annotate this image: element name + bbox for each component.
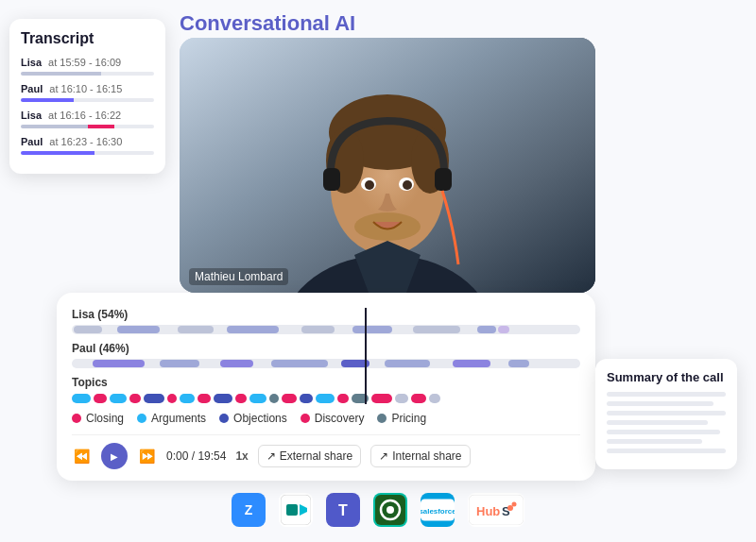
video-container: Mathieu Lombard [180,38,595,293]
summary-title: Summary of the call [607,370,726,384]
transcript-item-4: Paul at 16:23 - 16:30 [21,136,154,155]
legend-discovery: Discovery [301,412,365,425]
lisa-waveform [72,325,580,334]
svg-point-11 [354,212,421,241]
paul-label: Paul (46%) [72,342,580,355]
topics-track [72,393,580,404]
fast-forward-button[interactable]: ⏩ [137,447,157,466]
rewind-button[interactable]: ⏪ [72,447,92,466]
tracks-wrapper: Lisa (54%) [72,308,580,404]
time-display: 0:00 / 19:54 [166,449,226,463]
paul-track-row: Paul (46%) [72,342,580,368]
svg-point-23 [387,506,394,514]
svg-text:T: T [338,502,348,518]
legend-pricing: Pricing [377,412,426,425]
acuity-logo [373,493,407,527]
speed-button[interactable]: 1x [235,449,248,463]
svg-rect-12 [323,168,340,191]
main-container: Conversational AI Transcript Lisa at 15:… [0,0,756,542]
lisa-label: Lisa (54%) [72,308,580,321]
page-title: Conversational AI [180,11,355,36]
svg-text:Z: Z [245,502,253,517]
internal-share-button[interactable]: ↗ Internal share [370,445,470,467]
transcript-card: Transcript Lisa at 15:59 - 16:09 Paul at… [9,19,165,174]
topics-track-row: Topics [72,376,580,404]
svg-point-9 [365,180,374,190]
controls-bar: ⏪ ▶ ⏩ 0:00 / 19:54 1x ↗ External share ↗… [72,434,580,469]
lisa-track-row: Lisa (54%) [72,308,580,334]
paul-waveform [72,359,580,368]
legend-arguments: Arguments [137,412,206,425]
svg-point-30 [512,502,517,507]
external-share-button[interactable]: ↗ External share [258,445,361,467]
legend-closing: Closing [72,412,124,425]
zoom-logo: Z [232,493,266,527]
svg-point-29 [507,505,513,511]
transcript-item-3: Lisa at 16:16 - 16:22 [21,110,154,128]
video-person-label: Mathieu Lombard [189,268,288,285]
playback-cursor [365,308,367,404]
svg-point-10 [403,180,412,190]
google-meet-logo [279,493,313,527]
topics-label: Topics [72,376,580,389]
svg-text:salesforce: salesforce [421,507,455,516]
salesforce-logo: salesforce [421,493,455,527]
legend-row: Closing Arguments Objections Discovery P… [72,412,580,425]
transcript-title: Transcript [21,30,154,47]
svg-rect-17 [286,504,298,516]
svg-text:Hub: Hub [476,504,500,518]
legend-objections: Objections [219,412,287,425]
play-button[interactable]: ▶ [101,443,128,469]
summary-card: Summary of the call [595,359,737,469]
transcript-item-2: Paul at 16:10 - 16:15 [21,83,154,102]
teams-logo: T [326,493,360,527]
transcript-item-1: Lisa at 15:59 - 16:09 [21,57,154,76]
integrations-row: Z T [0,493,756,527]
svg-rect-13 [435,168,452,191]
hubspot-logo: Hub S [468,493,524,527]
player-area: Lisa (54%) [57,293,595,481]
video-person [180,38,595,293]
